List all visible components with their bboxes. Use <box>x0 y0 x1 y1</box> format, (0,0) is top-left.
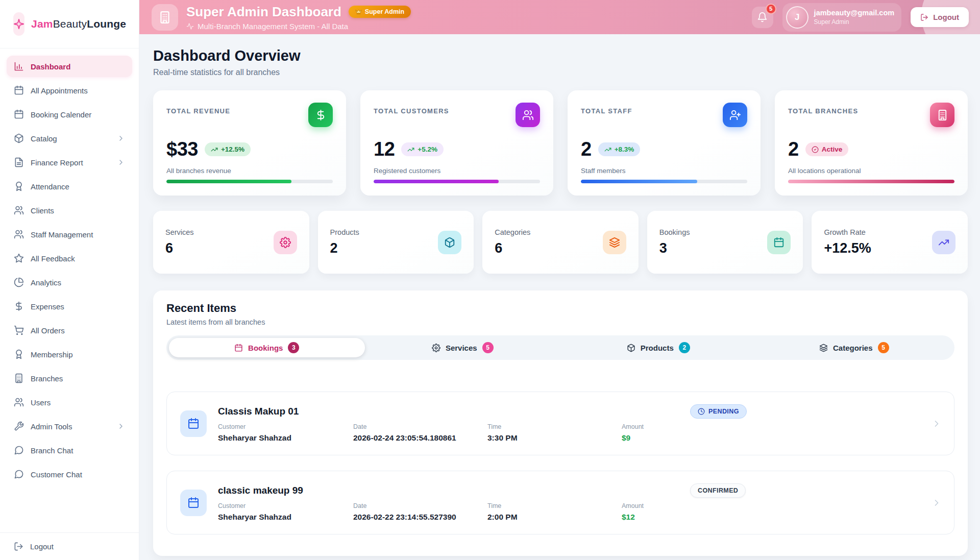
chevron-right-icon[interactable] <box>932 498 942 508</box>
stat-card-total-revenue: TOTAL REVENUE $33 +12.5% All branches re… <box>153 90 346 196</box>
progress-track <box>374 180 540 183</box>
tab-categories[interactable]: Categories5 <box>756 338 952 357</box>
stat-caption: Registered customers <box>374 167 540 175</box>
sidebar-item-users[interactable]: Users <box>7 392 132 413</box>
sidebar-item-staff-management[interactable]: Staff Management <box>7 224 132 245</box>
sidebar-item-label: All Appointments <box>31 86 88 95</box>
shopping-cart-icon <box>14 325 24 335</box>
progress-fill <box>788 180 954 183</box>
building-icon <box>152 4 178 31</box>
user-role: Super Admin <box>814 18 895 26</box>
chevron-right-icon <box>117 158 125 166</box>
trending-up-icon <box>407 146 414 153</box>
file-text-icon <box>14 157 24 167</box>
mini-stats-row: Services6 Products2 Categories6 Bookings… <box>153 211 968 274</box>
amount-value: $12 <box>622 513 690 522</box>
content: Dashboard Overview Real-time statistics … <box>139 34 980 560</box>
avatar[interactable]: J <box>786 6 808 29</box>
top-header: Super Admin Dashboard Super Admin Multi-… <box>139 0 980 34</box>
sidebar-logout-button[interactable]: Logout <box>14 542 125 551</box>
brand-name: JamBeautyLounge <box>31 18 126 30</box>
sidebar-item-branches[interactable]: Branches <box>7 368 132 389</box>
stat-card-total-staff: TOTAL STAFF 2 +8.3% Staff members <box>568 90 761 196</box>
mini-label: Bookings <box>659 228 690 236</box>
activity-icon <box>186 22 194 30</box>
recent-items-title: Recent Items <box>166 302 954 315</box>
sidebar-item-clients[interactable]: Clients <box>7 200 132 221</box>
calendar-icon <box>234 344 243 352</box>
booking-row[interactable]: Classis Makup 01 PENDING CustomerShehary… <box>166 392 954 455</box>
package-icon <box>627 344 635 352</box>
progress-fill <box>581 180 697 183</box>
sidebar-item-all-feedback[interactable]: All Feedback <box>7 248 132 269</box>
sidebar-item-finance-report[interactable]: Finance Report <box>7 152 132 173</box>
sidebar-item-all-orders[interactable]: All Orders <box>7 320 132 341</box>
sidebar-item-attendance[interactable]: Attendance <box>7 176 132 197</box>
stat-value: 2 <box>581 138 592 160</box>
layers-icon <box>603 231 626 254</box>
super-admin-badge-label: Super Admin <box>365 8 404 15</box>
gear-icon <box>274 231 297 254</box>
stat-title: TOTAL CUSTOMERS <box>374 107 449 115</box>
crown-icon <box>355 9 362 15</box>
sidebar-item-analytics[interactable]: Analytics <box>7 272 132 293</box>
header-titles: Super Admin Dashboard Super Admin Multi-… <box>186 4 411 31</box>
sidebar-item-label: Booking Calender <box>31 110 91 119</box>
tab-products[interactable]: Products2 <box>560 338 756 357</box>
stat-caption: All locations operational <box>788 167 954 175</box>
header-subtitle: Multi-Branch Management System - All Dat… <box>186 22 411 31</box>
users-icon <box>516 103 540 127</box>
progress-track <box>581 180 747 183</box>
sidebar-item-dashboard[interactable]: Dashboard <box>7 56 132 77</box>
main-area: Super Admin Dashboard Super Admin Multi-… <box>139 0 980 560</box>
logout-button[interactable]: Logout <box>911 7 969 27</box>
sidebar-item-label: Dashboard <box>31 62 70 71</box>
sidebar-item-all-appointments[interactable]: All Appointments <box>7 80 132 101</box>
stat-caption: All branches revenue <box>166 167 333 175</box>
sidebar-item-label: Users <box>31 398 51 407</box>
customer-value: Sheharyar Shahzad <box>218 513 353 522</box>
sidebar-item-booking-calender[interactable]: Booking Calender <box>7 104 132 125</box>
logout-icon <box>14 542 23 551</box>
calendar-icon <box>180 490 207 516</box>
chevron-right-icon[interactable] <box>932 419 942 429</box>
booking-title: Classis Makup 01 <box>218 406 690 417</box>
sidebar-item-catalog[interactable]: Catalog <box>7 128 132 149</box>
change-badge: +12.5% <box>205 142 251 156</box>
star-icon <box>14 253 24 263</box>
page-subtitle: Real-time statistics for all branches <box>153 68 968 77</box>
header-right-cluster: 5 J jambeauty@gmail.com Super Admin Logo… <box>752 3 969 32</box>
stat-value: 2 <box>788 138 799 160</box>
chevron-right-icon <box>117 134 125 142</box>
sidebar-item-admin-tools[interactable]: Admin Tools <box>7 416 132 437</box>
sidebar-item-label: Membership <box>31 350 73 359</box>
sidebar-item-branch-chat[interactable]: Branch Chat <box>7 440 132 461</box>
notifications-button[interactable]: 5 <box>752 7 773 28</box>
sidebar-item-customer-chat[interactable]: Customer Chat <box>7 464 132 485</box>
sidebar-item-label: Catalog <box>31 134 57 143</box>
booking-row[interactable]: classic makeup 99 CONFIRMED CustomerSheh… <box>166 471 954 534</box>
building-icon <box>14 373 24 383</box>
sidebar-item-membership[interactable]: Membership <box>7 344 132 365</box>
user-plus-icon <box>723 103 747 127</box>
stat-value: $33 <box>166 138 198 160</box>
time-label: Time <box>487 423 622 430</box>
tab-services[interactable]: Services5 <box>365 338 561 357</box>
stat-value: 12 <box>374 138 395 160</box>
tab-count-badge: 2 <box>679 342 690 353</box>
award-icon <box>14 181 24 191</box>
sidebar: JamBeautyLounge Dashboard All Appointmen… <box>0 0 139 560</box>
user-menu[interactable]: J jambeauty@gmail.com Super Admin <box>782 3 902 32</box>
mini-value: 6 <box>495 240 530 256</box>
customer-label: Customer <box>218 502 353 509</box>
super-admin-badge: Super Admin <box>349 6 411 18</box>
mini-card-categories: Categories6 <box>482 211 639 274</box>
sidebar-item-expenses[interactable]: Expenses <box>7 296 132 317</box>
logout-icon <box>920 13 928 21</box>
brand-part-beauty: Beauty <box>53 18 87 30</box>
date-value: 2026-02-24 23:05:54.180861 <box>353 433 487 443</box>
tab-count-badge: 5 <box>482 342 494 353</box>
chevron-right-icon <box>117 422 125 430</box>
tab-bookings[interactable]: Bookings3 <box>169 338 365 357</box>
calendar-icon <box>767 231 791 254</box>
